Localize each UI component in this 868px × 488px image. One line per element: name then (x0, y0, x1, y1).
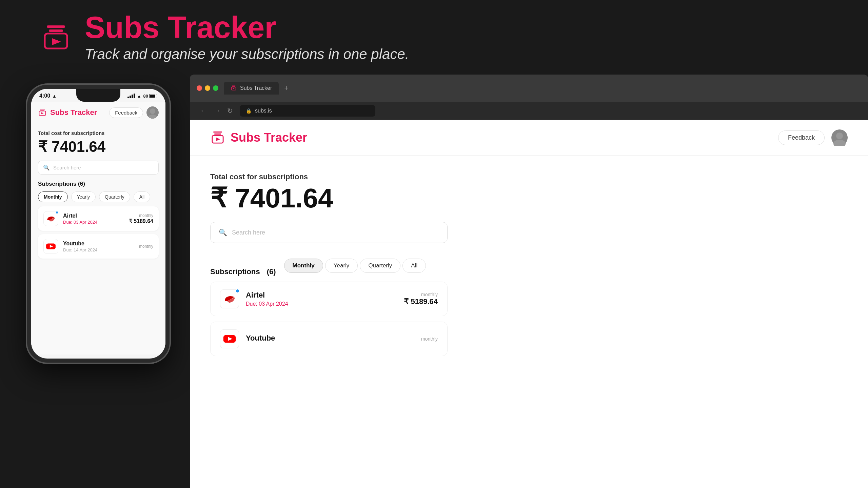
browser-airtel-period: monthly (404, 292, 438, 297)
browser-youtube-price-block: monthly (421, 336, 438, 342)
svg-marker-7 (41, 112, 44, 114)
browser-content: Total cost for subscriptions ₹ 7401.64 🔍… (190, 156, 868, 373)
phone-total-amount: ₹ 7401.64 (38, 138, 159, 155)
phone-filter-row: Monthly Yearly Quarterly All (38, 191, 159, 202)
svg-rect-0 (47, 25, 65, 28)
phone-avatar (146, 106, 159, 119)
svg-rect-17 (214, 134, 221, 135)
browser-subs-title: Subscriptions (210, 267, 260, 276)
browser-filter-quarterly[interactable]: Quarterly (360, 259, 400, 273)
phone-subs-header: Subscriptions (6) (38, 181, 159, 187)
browser-address-bar: ← → ↻ 🔒 subs.is (190, 102, 868, 120)
phone-content: Total cost for subscriptions ₹ 7401.64 🔍… (31, 123, 165, 265)
airtel-logo-icon (45, 213, 56, 224)
battery-percent: 80 (143, 94, 148, 99)
phone-airtel-price: ₹ 5189.64 (129, 218, 153, 224)
browser-traffic-lights (197, 85, 218, 91)
phone-status-left: 4:00 ▲ (39, 93, 57, 99)
location-icon: ▲ (52, 94, 57, 99)
browser-minimize-button[interactable] (205, 85, 210, 91)
browser-subs-count: (6) (267, 267, 276, 276)
hero-section: Subs Tracker Track and organise your sub… (0, 0, 868, 75)
phone-mockup: 4:00 ▲ ▲ 80 (27, 85, 170, 363)
phone-airtel-price-block: monthly ₹ 5189.64 (129, 213, 153, 224)
svg-point-9 (148, 115, 157, 119)
svg-rect-16 (213, 131, 222, 133)
phone-frame: 4:00 ▲ ▲ 80 (27, 85, 170, 363)
hero-title: Subs Tracker (85, 12, 409, 43)
phone-youtube-period: monthly (139, 244, 153, 249)
phone-youtube-name: Youtube (63, 241, 134, 247)
browser-search-icon: 🔍 (219, 228, 227, 237)
browser-brand-name: Subs Tracker (231, 130, 307, 145)
svg-marker-19 (216, 138, 220, 141)
browser-airtel-dot (235, 289, 240, 293)
browser-youtube-logo (220, 329, 239, 348)
browser-search-placeholder: Search here (232, 229, 265, 236)
svg-marker-3 (52, 38, 61, 45)
browser-chrome: Subs Tracker + (190, 75, 868, 102)
browser-airtel-logo-icon (222, 292, 237, 306)
browser-filter-all[interactable]: All (402, 259, 426, 273)
phone-filter-quarterly[interactable]: Quarterly (99, 191, 130, 202)
phone-youtube-logo (43, 239, 58, 254)
browser-filter-yearly[interactable]: Yearly (325, 259, 358, 273)
browser-reload-button[interactable]: ↻ (227, 107, 233, 115)
phone-subscription-youtube[interactable]: Youtube Due: 14 Apr 2024 monthly (38, 234, 159, 259)
browser-subs-header-row: Subscriptions (6) Monthly Yearly Quarter… (210, 255, 848, 276)
phone-search-icon: 🔍 (43, 164, 50, 171)
phone-filter-all[interactable]: All (134, 191, 151, 202)
browser-mockup: Subs Tracker + ← → ↻ 🔒 subs.is Subs Trac… (190, 75, 868, 488)
browser-url-box[interactable]: 🔒 subs.is (240, 105, 375, 117)
phone-screen: Subs Tracker Feedback Total cost for sub… (31, 102, 165, 354)
signal-bars-icon (127, 94, 135, 98)
browser-search-bar[interactable]: 🔍 Search here (210, 222, 448, 243)
phone-search-bar[interactable]: 🔍 Search here (38, 161, 159, 175)
svg-rect-4 (40, 109, 45, 109)
browser-back-button[interactable]: ← (200, 107, 207, 115)
browser-airtel-due: Due: 03 Apr 2024 (246, 301, 397, 307)
browser-page: Subs Tracker Feedback Total cost for sub… (190, 120, 868, 488)
svg-point-20 (836, 133, 843, 139)
browser-total-label: Total cost for subscriptions (210, 172, 848, 181)
browser-youtube-logo-icon (222, 332, 237, 346)
browser-tab[interactable]: Subs Tracker (224, 82, 279, 95)
browser-forward-button[interactable]: → (214, 107, 220, 115)
browser-close-button[interactable] (197, 85, 202, 91)
browser-airtel-price-block: monthly ₹ 5189.64 (404, 292, 438, 306)
browser-brand: Subs Tracker (210, 130, 307, 145)
hero-text-block: Subs Tracker Track and organise your sub… (85, 12, 409, 62)
browser-lock-icon: 🔒 (246, 108, 252, 114)
browser-feedback-button[interactable]: Feedback (778, 130, 825, 145)
browser-airtel-name: Airtel (246, 291, 397, 300)
phone-filter-yearly[interactable]: Yearly (71, 191, 96, 202)
browser-url: subs.is (255, 108, 272, 114)
svg-point-8 (150, 108, 155, 114)
browser-tab-favicon (231, 85, 237, 91)
browser-logo-icon (210, 130, 225, 145)
phone-feedback-button[interactable]: Feedback (109, 107, 143, 118)
phone-youtube-price-block: monthly (139, 244, 153, 249)
phone-subs-count: (6) (78, 181, 85, 187)
browser-subscription-youtube[interactable]: Youtube monthly (210, 322, 448, 356)
phone-airtel-period: monthly (129, 213, 153, 218)
browser-filter-monthly[interactable]: Monthly (284, 259, 323, 273)
browser-subs-header: Subscriptions (6) (210, 267, 276, 276)
svg-rect-5 (40, 110, 44, 110)
browser-new-tab-button[interactable]: + (284, 84, 289, 93)
browser-avatar (831, 129, 848, 146)
phone-subscription-airtel[interactable]: Airtel Due: 03 Apr 2024 monthly ₹ 5189.6… (38, 206, 159, 231)
svg-rect-12 (232, 86, 236, 86)
phone-filter-monthly[interactable]: Monthly (38, 191, 68, 202)
browser-subscription-airtel[interactable]: Airtel Due: 03 Apr 2024 monthly ₹ 5189.6… (210, 282, 448, 316)
phone-airtel-dot (55, 211, 59, 214)
svg-rect-1 (49, 29, 63, 32)
browser-maximize-button[interactable] (213, 85, 218, 91)
browser-page-nav: Subs Tracker Feedback (190, 120, 868, 156)
phone-total-label: Total cost for subscriptions (38, 130, 159, 136)
phone-nav: Subs Tracker Feedback (31, 102, 165, 123)
phone-notch (76, 89, 120, 102)
browser-filter-row: Monthly Yearly Quarterly All (284, 259, 426, 273)
svg-rect-13 (232, 86, 235, 87)
phone-youtube-info: Youtube Due: 14 Apr 2024 (63, 241, 134, 252)
